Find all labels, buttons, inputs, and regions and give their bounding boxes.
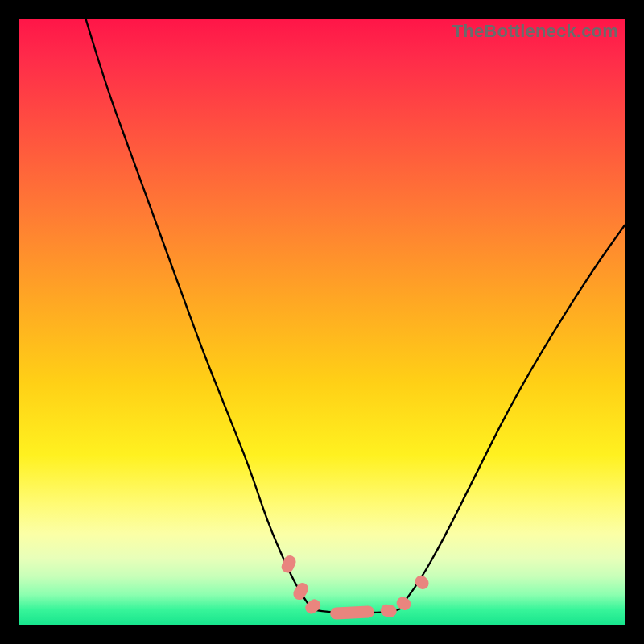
bottleneck-curve [19,19,625,625]
marker-capsule [380,604,398,618]
chart-frame: TheBottleneck.com [0,0,644,644]
marker-group [279,554,431,620]
svg-rect-3 [330,605,375,620]
marker-capsule [413,573,431,592]
marker-capsule [291,580,311,602]
svg-rect-1 [291,580,311,602]
curve-group [86,19,625,613]
chart-plot-area: TheBottleneck.com [19,19,625,625]
svg-rect-4 [380,604,398,618]
svg-rect-6 [413,573,431,592]
marker-capsule [330,605,375,620]
curve-path [86,19,625,613]
